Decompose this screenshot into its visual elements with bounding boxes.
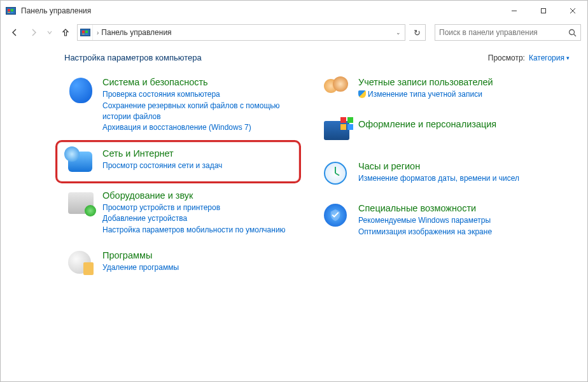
category-link[interactable]: Оптимизация изображения на экране bbox=[358, 227, 492, 237]
category-title[interactable]: Система и безопасность bbox=[102, 76, 310, 88]
category-title[interactable]: Сеть и Интернет bbox=[102, 148, 222, 159]
category-right-3: Специальные возможностиРекомендуемые Win… bbox=[320, 200, 570, 240]
category-link[interactable]: Рекомендуемые Windows параметры bbox=[358, 215, 492, 226]
category-left-3: ПрограммыУдаление программы bbox=[64, 247, 314, 280]
category-left-2: Оборудование и звукПросмотр устройств и … bbox=[64, 187, 314, 238]
uac-shield-icon bbox=[358, 90, 366, 98]
svg-point-4 bbox=[569, 29, 574, 34]
toolbar: › Панель управления ⌄ ↻ bbox=[1, 21, 587, 44]
category-right-0: Учетные записи пользователейИзменение ти… bbox=[320, 74, 570, 107]
address-bar[interactable]: › Панель управления ⌄ bbox=[77, 24, 405, 41]
category-right-2: Часы и регионИзменение форматов даты, вр… bbox=[320, 158, 570, 191]
category-link[interactable]: Сохранение резервных копий файлов с помо… bbox=[102, 101, 310, 123]
category-text: ПрограммыУдаление программы bbox=[102, 250, 179, 278]
window: Панель управления bbox=[0, 0, 588, 382]
category-link[interactable]: Добавление устройства bbox=[102, 213, 286, 224]
category-link[interactable]: Архивация и восстановление (Windows 7) bbox=[102, 122, 310, 133]
address-icon bbox=[78, 25, 93, 40]
users-icon[interactable] bbox=[324, 76, 352, 104]
category-title[interactable]: Оформление и персонализация bbox=[358, 118, 496, 130]
net-icon[interactable] bbox=[68, 148, 96, 176]
category-left-1: Сеть и ИнтернетПросмотр состояния сети и… bbox=[64, 145, 314, 178]
left-column: Система и безопасностьПроверка состояния… bbox=[64, 74, 314, 289]
category-title[interactable]: Учетные записи пользователей bbox=[358, 76, 493, 88]
content-area: Настройка параметров компьютера Просмотр… bbox=[1, 45, 587, 381]
window-buttons bbox=[500, 1, 587, 21]
prog-icon[interactable] bbox=[68, 250, 96, 278]
refresh-button[interactable]: ↻ bbox=[409, 24, 426, 41]
window-title: Панель управления bbox=[21, 6, 500, 15]
pers-icon[interactable] bbox=[324, 118, 352, 146]
view-by-label: Просмотр: bbox=[488, 53, 525, 62]
back-button[interactable] bbox=[7, 25, 22, 40]
shield-icon[interactable] bbox=[68, 76, 96, 104]
category-link[interactable]: Изменение форматов даты, времени и чисел bbox=[358, 173, 519, 184]
category-text: Система и безопасностьПроверка состояния… bbox=[102, 76, 310, 134]
category-columns: Система и безопасностьПроверка состояния… bbox=[64, 74, 570, 289]
category-text: Оформление и персонализация bbox=[358, 118, 496, 146]
category-text: Специальные возможностиРекомендуемые Win… bbox=[358, 202, 492, 237]
category-link[interactable]: Просмотр состояния сети и задач bbox=[102, 160, 222, 171]
forward-button[interactable] bbox=[26, 25, 41, 40]
recent-dropdown[interactable] bbox=[45, 25, 54, 40]
category-title[interactable]: Программы bbox=[102, 250, 179, 261]
category-left-0: Система и безопасностьПроверка состояния… bbox=[64, 74, 314, 136]
acc-icon[interactable] bbox=[324, 202, 352, 230]
view-by-dropdown[interactable]: Категория bbox=[529, 53, 570, 62]
search-input[interactable] bbox=[435, 28, 564, 37]
address-dropdown[interactable]: ⌄ bbox=[392, 29, 405, 36]
category-text: Часы и регионИзменение форматов даты, вр… bbox=[358, 160, 519, 188]
category-link[interactable]: Проверка состояния компьютера bbox=[102, 89, 310, 100]
control-panel-icon bbox=[6, 6, 16, 16]
category-link[interactable]: Удаление программы bbox=[102, 262, 179, 273]
category-text: Оборудование и звукПросмотр устройств и … bbox=[102, 190, 286, 236]
search-box[interactable] bbox=[435, 24, 581, 41]
titlebar: Панель управления bbox=[1, 1, 587, 21]
page-heading: Настройка параметров компьютера bbox=[64, 53, 488, 62]
breadcrumb-root[interactable]: Панель управления bbox=[101, 28, 171, 37]
maximize-button[interactable] bbox=[529, 1, 558, 21]
close-button[interactable] bbox=[558, 1, 587, 21]
breadcrumb[interactable]: › Панель управления bbox=[93, 28, 392, 37]
category-link[interactable]: Просмотр устройств и принтеров bbox=[102, 202, 286, 213]
category-text: Сеть и ИнтернетПросмотр состояния сети и… bbox=[102, 148, 222, 176]
category-link[interactable]: Изменение типа учетной записи bbox=[358, 89, 493, 100]
clock-icon[interactable] bbox=[324, 160, 352, 188]
up-button[interactable] bbox=[58, 25, 73, 40]
category-right-1: Оформление и персонализация bbox=[320, 116, 570, 149]
category-title[interactable]: Оборудование и звук bbox=[102, 190, 286, 201]
category-title[interactable]: Специальные возможности bbox=[358, 202, 492, 214]
hw-icon[interactable] bbox=[68, 190, 96, 218]
category-text: Учетные записи пользователейИзменение ти… bbox=[358, 76, 493, 104]
view-by: Просмотр: Категория bbox=[488, 53, 570, 62]
category-title[interactable]: Часы и регион bbox=[358, 160, 519, 172]
svg-rect-1 bbox=[542, 9, 546, 13]
content-header: Настройка параметров компьютера Просмотр… bbox=[64, 53, 570, 62]
search-icon[interactable] bbox=[564, 29, 580, 37]
breadcrumb-sep-icon: › bbox=[97, 29, 99, 36]
right-column: Учетные записи пользователейИзменение ти… bbox=[320, 74, 570, 289]
svg-line-5 bbox=[573, 34, 576, 36]
category-link[interactable]: Настройка параметров мобильности по умол… bbox=[102, 225, 286, 236]
minimize-button[interactable] bbox=[500, 1, 529, 21]
